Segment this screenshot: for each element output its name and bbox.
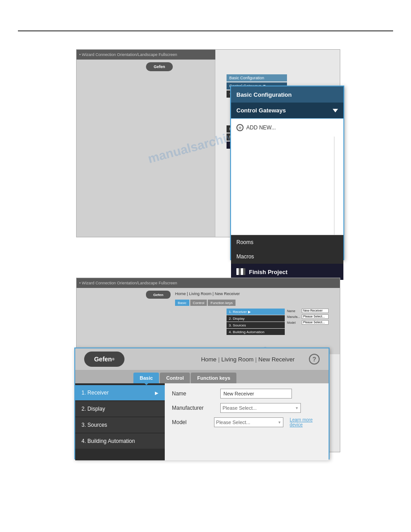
lower-small-form: Name New Receiver Manufa... Please Selec…	[287, 309, 332, 326]
zlp-manufacturer-row: Manufacturer Please Select...	[172, 403, 321, 413]
lower-topbar-text: • Wizard Connection Orientation/Landscap…	[79, 281, 177, 285]
zoomed-macros[interactable]: Macros	[231, 249, 343, 264]
lower-small-sidebar-building: 4. Building Automation	[227, 329, 285, 335]
zoomed-content-area	[231, 137, 343, 235]
lower-gefen-logo-small: Gefen	[146, 291, 171, 299]
zlp-sidebar-receiver[interactable]: 1. Receiver ▶	[75, 385, 165, 400]
zoomed-add-new[interactable]: + ADD NEW...	[231, 119, 343, 137]
zoomed-lower-panel: Gefen® Home | Living Room | New Receiver…	[74, 348, 330, 459]
receiver-play-icon: ▶	[155, 390, 158, 395]
zlp-tab-control[interactable]: Control	[160, 373, 190, 383]
lower-inner-top-bar: • Wizard Connection Orientation/Landscap…	[77, 278, 340, 288]
upper-gefen-logo-small: Gefen	[146, 62, 173, 71]
zlp-model-row: Model Please Select... Learn more device	[172, 417, 321, 427]
zlp-sidebar-building[interactable]: 4. Building Automation	[75, 433, 165, 449]
lower-small-tabs: Basic Control Function keys	[175, 300, 235, 306]
help-icon[interactable]: ?	[309, 354, 320, 365]
zlp-header: Gefen® Home | Living Room | New Receiver…	[75, 348, 329, 370]
zlp-model-label: Model	[172, 419, 210, 425]
zlp-name-input[interactable]	[220, 389, 292, 399]
zlp-main-form: Name Manufacturer Please Select... Model…	[165, 383, 329, 460]
control-gateways-chevron-icon	[333, 109, 338, 112]
zlp-name-label: Name	[172, 390, 217, 397]
lower-screenshot: • Wizard Connection Orientation/Landscap…	[76, 278, 340, 452]
zoomed-basic-config[interactable]: Basic Configuration	[231, 86, 343, 103]
lower-small-breadcrumb: Home | Living Room | New Receiver	[175, 292, 240, 296]
top-divider	[18, 30, 393, 31]
lower-small-tab-basic: Basic	[175, 300, 189, 306]
zlp-model-select[interactable]: Please Select...	[214, 417, 284, 427]
zlp-sidebar-display[interactable]: 2. Display	[75, 401, 165, 416]
inner-topbar-text: • Wizard Connection Orientation/Landscap…	[79, 52, 177, 57]
zlp-manufacturer-label: Manufacturer	[172, 405, 217, 411]
zoomed-panel-upper: Basic Configuration Control Gateways + A…	[230, 86, 344, 260]
finish-flag-icon	[236, 268, 245, 275]
lower-small-tab-fk: Function keys	[208, 300, 235, 306]
zlp-manufacturer-select[interactable]: Please Select...	[220, 403, 301, 413]
zoomed-control-gateways[interactable]: Control Gateways	[231, 103, 343, 119]
zoomed-rooms[interactable]: Rooms	[231, 235, 343, 249]
add-new-plus-icon: +	[236, 124, 244, 131]
zlp-breadcrumb: Home | Living Room | New Receiver	[201, 356, 295, 363]
zlp-body: 1. Receiver ▶ 2. Display 3. Sources 4. B…	[75, 383, 329, 460]
lower-small-sidebar: 1. Receiver ▶ 2. Display 3. Sources 4. B…	[227, 309, 285, 335]
lower-small-tab-control: Control	[190, 300, 207, 306]
zlp-tab-function-keys[interactable]: Function keys	[191, 373, 236, 383]
zlp-learn-link[interactable]: Learn more device	[290, 417, 321, 427]
zlp-tab-basic[interactable]: Basic	[133, 373, 159, 383]
zlp-gefen-logo: Gefen®	[84, 352, 124, 367]
inner-top-bar: • Wizard Connection Orientation/Landscap…	[77, 50, 215, 60]
upper-screenshot: • Wizard Connection Orientation/Landscap…	[76, 49, 340, 237]
lower-small-sidebar-display: 2. Display	[227, 315, 285, 322]
zlp-name-row: Name	[172, 389, 321, 399]
zlp-sidebar: 1. Receiver ▶ 2. Display 3. Sources 4. B…	[75, 383, 165, 460]
zlp-sidebar-sources[interactable]: 3. Sources	[75, 417, 165, 433]
lower-small-sidebar-receiver: 1. Receiver ▶	[227, 309, 285, 315]
inner-screenshot-bg	[77, 50, 215, 237]
small-sidebar-basic: Basic Configuration	[227, 74, 287, 82]
lower-small-sidebar-sources: 3. Sources	[227, 322, 285, 328]
zlp-tabs: Basic Control Function keys	[75, 370, 329, 383]
